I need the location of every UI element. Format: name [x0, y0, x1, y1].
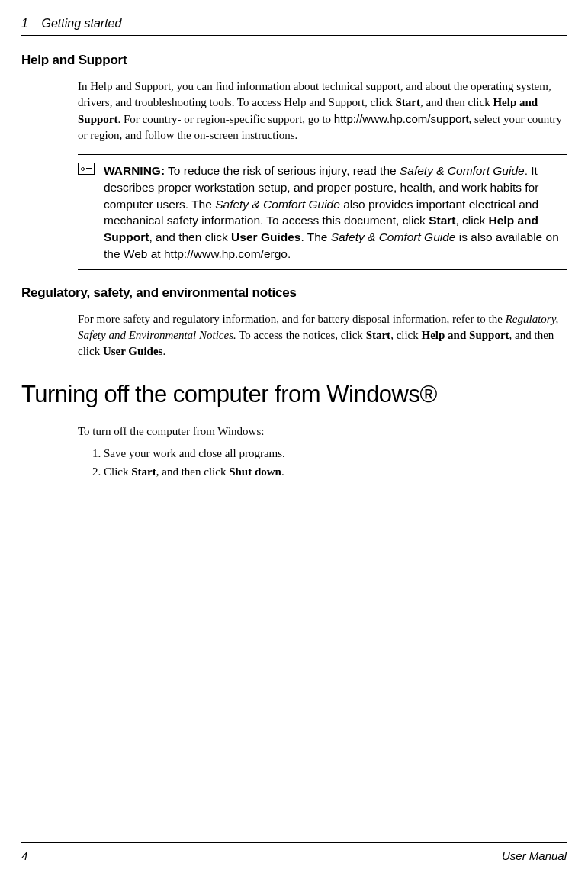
turnoff-steps: Save your work and close all programs. C…	[90, 446, 567, 480]
help-support-body: In Help and Support, you can find inform…	[78, 79, 567, 143]
text: .	[288, 247, 291, 260]
running-header: 1 Getting started	[21, 15, 567, 36]
warning-callout: WARNING: To reduce the risk of serious i…	[78, 154, 567, 270]
text-bold: Start	[396, 96, 421, 108]
text-bold: Start	[131, 465, 156, 478]
page-footer: 4 User Manual	[21, 842, 567, 864]
heading-turnoff: Turning off the computer from Windows®	[21, 378, 567, 411]
text-bold: Shut down	[229, 465, 281, 478]
text: .	[281, 465, 284, 478]
text: , and then click	[156, 465, 229, 478]
warning-icon	[78, 163, 95, 175]
text-bold: Start	[366, 329, 391, 341]
url-text: http://www.hp.com/support	[334, 112, 469, 125]
text: . For country- or region-specific suppor…	[118, 113, 334, 125]
chapter-number: 1	[21, 15, 38, 32]
url-text: http://www.hp.com/ergo	[164, 247, 288, 260]
text: To access the notices, click	[236, 329, 366, 341]
text-italic: Safety & Comfort Guide	[215, 198, 340, 211]
help-support-paragraph: In Help and Support, you can find inform…	[78, 79, 567, 143]
turnoff-body: To turn off the computer from Windows: S…	[78, 424, 567, 480]
chapter-title: Getting started	[41, 17, 121, 30]
heading-help-support: Help and Support	[21, 51, 567, 69]
page-number: 4	[21, 848, 27, 864]
warning-label: WARNING:	[104, 164, 165, 177]
page-body: 1 Getting started Help and Support In He…	[0, 0, 588, 839]
list-item: Click Start, and then click Shut down.	[104, 464, 567, 480]
regulatory-paragraph: For more safety and regulatory informati…	[78, 311, 567, 359]
text: Save your work and close all programs.	[104, 447, 285, 459]
text-bold: User Guides	[231, 230, 300, 243]
heading-regulatory: Regulatory, safety, and environmental no…	[21, 284, 567, 302]
turnoff-intro: To turn off the computer from Windows:	[78, 424, 567, 440]
doc-title: User Manual	[502, 848, 567, 864]
text-italic: Safety & Comfort Guide	[331, 230, 456, 243]
text: For more safety and regulatory informati…	[78, 313, 506, 325]
text-italic: Safety & Comfort Guide	[400, 164, 525, 177]
text: , and then click	[420, 96, 493, 108]
text: , click	[390, 329, 421, 341]
text-bold: User Guides	[103, 345, 162, 357]
text: .	[162, 345, 165, 357]
text: To reduce the risk of serious injury, re…	[165, 164, 400, 177]
list-item: Save your work and close all programs.	[104, 446, 567, 462]
text-bold: Help and Support	[422, 329, 509, 341]
text: , click	[455, 214, 488, 227]
text: Click	[104, 465, 131, 478]
text: . The	[300, 230, 330, 243]
text: , and then click	[149, 230, 231, 243]
warning-text: WARNING: To reduce the risk of serious i…	[104, 163, 567, 262]
regulatory-body: For more safety and regulatory informati…	[78, 311, 567, 359]
text-bold: Start	[429, 214, 455, 227]
